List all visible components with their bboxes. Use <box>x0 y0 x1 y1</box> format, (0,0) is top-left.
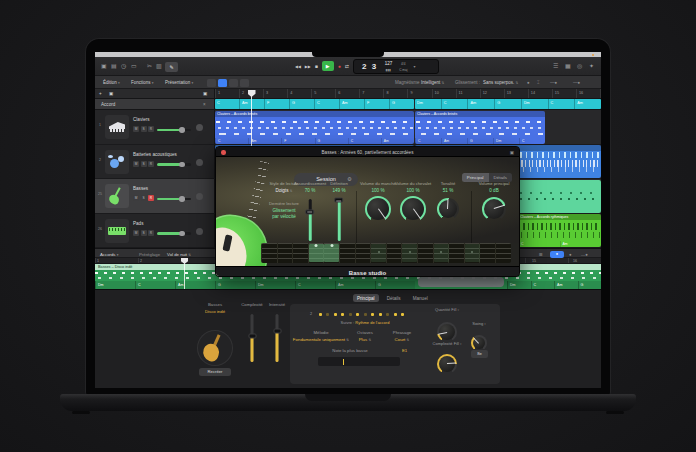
bar-ruler[interactable]: 12345678910111213141516 <box>215 89 601 99</box>
solo-button[interactable]: S <box>141 230 147 236</box>
editor-scrollbar-thumb[interactable] <box>418 277 504 287</box>
solo-button[interactable]: S <box>141 195 147 201</box>
pan-knob[interactable] <box>196 193 203 200</box>
close-icon[interactable] <box>221 150 226 155</box>
chord-region-1[interactable]: CAmFGCAmFG <box>215 99 414 109</box>
menu-fonctions[interactable]: Fonctions ▾ <box>131 80 154 85</box>
follow-setting[interactable]: Suivre : Rythme de l'accord <box>290 320 440 325</box>
pencil-tool-button[interactable]: ✎ <box>165 62 178 72</box>
volume-thumb[interactable] <box>179 162 185 168</box>
forward-button[interactable]: ▶▶ <box>305 64 311 69</box>
dropdown-select[interactable]: Court ⇅ <box>395 337 410 342</box>
chord-cell[interactable]: G <box>494 99 521 109</box>
volume-thumb[interactable] <box>179 196 185 202</box>
quick-help-icon[interactable]: ▣ <box>101 62 107 71</box>
link-icon[interactable]: ⌶ <box>537 80 540 85</box>
track-header[interactable]: 2Batteries acoustiquesMSR <box>95 145 215 179</box>
volume-thumb[interactable] <box>179 127 185 133</box>
editor-chords-menu[interactable]: Accords ▾ <box>100 252 118 257</box>
pattern-dots[interactable]: 2 <box>310 312 420 316</box>
plugin-knob[interactable] <box>482 197 506 221</box>
region[interactable]: Claviers – Accords rythmiquesCAm <box>518 214 601 247</box>
plugin-knob[interactable] <box>400 196 426 222</box>
lcd-chevron-icon[interactable]: ▾ <box>413 64 415 69</box>
chord-cell[interactable]: Am <box>467 99 494 109</box>
bass-player-icon[interactable] <box>197 330 233 366</box>
dropdown-select[interactable]: Plus ⇅ <box>359 337 372 342</box>
chord-cell[interactable]: G <box>289 99 314 109</box>
chord-cell[interactable]: C <box>441 99 468 109</box>
view-button-4[interactable] <box>240 79 249 87</box>
chord-cell[interactable]: F <box>364 99 389 109</box>
library-icon[interactable]: ▤ <box>111 62 117 71</box>
track-header[interactable]: 25BassesMSR <box>95 179 215 213</box>
editor-chord-cell[interactable]: G <box>215 281 255 289</box>
volume-thumb[interactable] <box>179 231 185 237</box>
mute-button[interactable]: M <box>133 195 139 201</box>
plugin-window[interactable]: Basses : Années 60, partiellement accord… <box>215 146 520 277</box>
lowest-note-slider[interactable] <box>318 357 400 366</box>
pattern-dot[interactable] <box>394 313 397 316</box>
complexity-slider[interactable] <box>251 314 254 362</box>
plugin-knob[interactable] <box>365 196 391 222</box>
fret-cell-dim[interactable] <box>402 244 417 262</box>
chord-region-2[interactable]: DmCAmGDmCAm <box>415 99 601 109</box>
browser-icon[interactable]: ▦ <box>565 62 571 71</box>
lcd-display[interactable]: 2 3 127▮▮▮ 4/4C maj ▾ <box>353 59 439 74</box>
volume-slider[interactable] <box>157 232 191 235</box>
track-header[interactable]: 1ClaviersMSR <box>95 110 215 144</box>
pattern-dot[interactable] <box>341 313 344 316</box>
pan-knob[interactable] <box>196 228 203 235</box>
editor-snap-icon[interactable]: ☰ <box>539 252 543 257</box>
editor-chord-cell[interactable]: C <box>531 281 555 289</box>
editor-chord-cell[interactable]: C <box>135 281 175 289</box>
smart-controls-icon[interactable]: ▭ <box>131 62 137 71</box>
volume-slider[interactable] <box>157 198 191 201</box>
chord-cell[interactable]: Am <box>574 99 601 109</box>
volume-slider[interactable] <box>157 163 191 166</box>
plugin-slider[interactable] <box>309 199 312 241</box>
pattern-dot[interactable] <box>371 313 374 316</box>
zoom-v-slider[interactable]: —● <box>573 80 580 85</box>
editor-preset-select[interactable]: Vol de nuit ⇅ <box>167 252 191 257</box>
intensity-slider[interactable] <box>276 314 279 362</box>
view-button-1[interactable] <box>207 79 216 87</box>
link-icon[interactable]: ▣ <box>510 150 514 155</box>
fret-cell-dim[interactable] <box>371 244 386 262</box>
fret-cell-active[interactable] <box>324 244 339 262</box>
pattern-dot[interactable] <box>379 313 382 316</box>
chord-cell[interactable]: Dm <box>521 99 548 109</box>
editor-chord-cell[interactable]: Dm <box>507 281 531 289</box>
editor-midi-in-button[interactable]: ● <box>550 251 564 258</box>
mute-button[interactable]: M <box>133 161 139 167</box>
pattern-dot[interactable] <box>386 313 389 316</box>
mute-button[interactable]: M <box>133 230 139 236</box>
play-button[interactable]: ▶ <box>322 61 334 71</box>
zoom-h-slider[interactable]: —● <box>550 80 557 85</box>
view-button-3[interactable] <box>229 79 238 87</box>
editor-chord-cell[interactable]: Dm <box>255 281 295 289</box>
rewind-button[interactable]: ◀◀ <box>295 64 301 69</box>
chord-track-close-icon[interactable]: × <box>203 102 206 107</box>
chord-cell[interactable]: C <box>314 99 339 109</box>
editor-catch-icon[interactable]: ● <box>569 252 572 257</box>
catch-playhead-icon[interactable]: ● <box>527 80 530 85</box>
menu-presentation[interactable]: Présentation ▾ <box>165 80 193 85</box>
fret-cell-active[interactable] <box>309 244 324 262</box>
regenerate-button[interactable]: Recréer <box>199 368 231 376</box>
pattern-dot[interactable] <box>334 313 337 316</box>
track-header[interactable]: 26PadsMSR <box>95 214 215 248</box>
chord-cell[interactable]: C <box>215 99 239 109</box>
region[interactable]: Claviers – Accords brisésCAmGDmC <box>415 111 545 144</box>
swing-grid-button[interactable]: 8e <box>471 350 488 358</box>
cycle-button[interactable]: ⇄ <box>345 63 349 69</box>
chord-cell[interactable]: Am <box>339 99 364 109</box>
volume-slider[interactable] <box>157 129 191 132</box>
pattern-dot[interactable] <box>364 313 367 316</box>
record-enable-button[interactable]: R <box>148 161 154 167</box>
pan-knob[interactable] <box>196 159 203 166</box>
bass-studio-tab-manuel[interactable]: Manuel <box>409 294 432 302</box>
record-enable-button[interactable]: R <box>148 195 154 201</box>
scissors-icon[interactable]: ✂ <box>147 62 152 71</box>
magnetism-select[interactable]: Intelligent ⇅ <box>421 80 444 85</box>
